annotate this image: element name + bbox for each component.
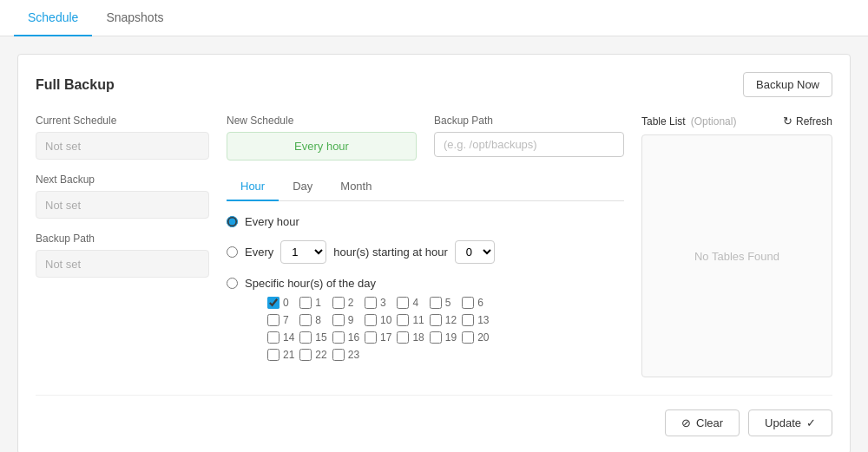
hour-item-10: 10 (365, 314, 391, 326)
hour-label-1: 1 (315, 297, 321, 309)
hour-checkbox-22[interactable] (299, 349, 312, 361)
hour-label-8: 8 (315, 314, 321, 326)
update-button[interactable]: Update ✓ (748, 409, 832, 436)
current-schedule-group: Current Schedule Not set (36, 115, 209, 160)
middle-panel: New Schedule Every hour Backup Path Hour… (227, 115, 624, 377)
hour-label-13: 13 (477, 314, 489, 326)
backup-path-label: Backup Path (434, 115, 624, 127)
tab-month[interactable]: Month (326, 173, 385, 201)
hour-checkbox-20[interactable] (462, 331, 474, 344)
hour-item-2: 2 (332, 297, 359, 309)
hour-checkbox-19[interactable] (430, 331, 442, 344)
every-n-select[interactable]: 1 2 3 4 6 8 12 (280, 240, 326, 264)
hour-item-3: 3 (365, 297, 391, 309)
hour-item-15: 15 (299, 331, 326, 344)
hour-checkbox-0[interactable] (267, 297, 279, 309)
hour-label-17: 17 (380, 331, 391, 344)
hour-label-14: 14 (283, 331, 294, 344)
hour-checkbox-13[interactable] (462, 314, 474, 326)
hour-checkbox-9[interactable] (332, 314, 345, 326)
tab-day[interactable]: Day (279, 173, 326, 201)
clear-label: Clear (696, 416, 723, 429)
hour-checkbox-12[interactable] (430, 314, 442, 326)
hour-item-21: 21 (267, 349, 294, 361)
refresh-button[interactable]: ↻ Refresh (783, 115, 832, 128)
hour-item-5: 5 (430, 297, 457, 309)
hour-checkbox-23[interactable] (332, 349, 345, 361)
left-panel: Current Schedule Not set Next Backup Not… (36, 115, 209, 377)
radio-every-hour-label[interactable]: Every hour (245, 215, 299, 228)
hour-checkbox-5[interactable] (430, 297, 442, 309)
card-footer: ⊘ Clear Update ✓ (36, 395, 832, 436)
hour-checkbox-1[interactable] (299, 297, 312, 309)
main-content: Full Backup Backup Now Current Schedule … (0, 36, 868, 452)
hour-label-9: 9 (348, 314, 354, 326)
hour-item-17: 17 (365, 331, 391, 344)
backup-now-button[interactable]: Backup Now (743, 72, 832, 97)
schedule-display: Every hour (227, 132, 417, 160)
hour-checkbox-2[interactable] (332, 297, 345, 309)
radio-every-n-label[interactable]: Every (245, 246, 273, 259)
starting-at-select[interactable]: 0 1 2 3 4 5 (455, 240, 495, 264)
hour-label-5: 5 (445, 297, 451, 309)
hour-checkbox-14[interactable] (267, 331, 279, 344)
hour-label-22: 22 (315, 349, 326, 361)
hour-item-4: 4 (397, 297, 424, 309)
hour-item-8: 8 (299, 314, 326, 326)
card-title: Full Backup (36, 77, 115, 93)
hour-checkbox-6[interactable] (462, 297, 474, 309)
hour-item-6: 6 (462, 297, 489, 309)
hour-checkbox-18[interactable] (397, 331, 409, 344)
hour-checkbox-10[interactable] (365, 314, 377, 326)
hour-item-7: 7 (267, 314, 294, 326)
hour-checkbox-8[interactable] (299, 314, 312, 326)
tab-schedule[interactable]: Schedule (14, 0, 92, 36)
radio-every-hour: Every hour (227, 215, 624, 228)
radio-every-n-input[interactable] (227, 246, 238, 258)
table-list-optional: (Optional) (691, 115, 737, 128)
clear-button[interactable]: ⊘ Clear (665, 409, 740, 436)
current-schedule-label: Current Schedule (36, 115, 209, 127)
hour-item-9: 9 (332, 314, 359, 326)
update-icon: ✓ (806, 416, 816, 429)
hour-label-15: 15 (315, 331, 326, 344)
table-list-box: No Tables Found (641, 134, 832, 377)
tab-hour[interactable]: Hour (227, 173, 279, 201)
hour-checkbox-7[interactable] (267, 314, 279, 326)
tab-snapshots[interactable]: Snapshots (92, 0, 177, 36)
radio-every-n-row: Every 1 2 3 4 6 8 12 hour(s) st (227, 240, 624, 264)
update-label: Update (765, 416, 801, 429)
hour-label-10: 10 (380, 314, 391, 326)
radio-specific-input[interactable] (227, 278, 238, 289)
hour-item-12: 12 (430, 314, 457, 326)
radio-specific-row: Specific hour(s) of the day 012345678910… (227, 276, 624, 361)
full-backup-card: Full Backup Backup Now Current Schedule … (17, 54, 851, 452)
radio-every-hour-input[interactable] (227, 216, 238, 227)
hour-label-18: 18 (412, 331, 424, 344)
next-backup-value: Not set (36, 191, 209, 219)
hour-checkbox-3[interactable] (365, 297, 377, 309)
hour-checkbox-11[interactable] (397, 314, 409, 326)
backup-path-left-label: Backup Path (36, 233, 209, 245)
hour-label-19: 19 (445, 331, 457, 344)
hour-checkbox-17[interactable] (365, 331, 377, 344)
backup-path-input[interactable] (434, 132, 624, 157)
hour-item-18: 18 (397, 331, 424, 344)
hour-label-3: 3 (380, 297, 386, 309)
hour-item-23: 23 (332, 349, 359, 361)
hour-checkbox-4[interactable] (397, 297, 409, 309)
hour-item-13: 13 (462, 314, 489, 326)
hour-label-21: 21 (283, 349, 294, 361)
hour-item-1: 1 (299, 297, 326, 309)
hour-label-11: 11 (412, 314, 424, 326)
hour-item-19: 19 (430, 331, 457, 344)
hours-grid: 01234567891011121314151617181920212223 (267, 297, 490, 361)
hour-checkbox-15[interactable] (299, 331, 312, 344)
card-header: Full Backup Backup Now (36, 72, 832, 97)
hour-checkbox-21[interactable] (267, 349, 279, 361)
hour-checkbox-16[interactable] (332, 331, 345, 344)
radio-specific-label[interactable]: Specific hour(s) of the day (245, 277, 376, 290)
new-schedule-label: New Schedule (227, 115, 417, 127)
schedule-tabs: Hour Day Month (227, 173, 624, 201)
hour-item-14: 14 (267, 331, 294, 344)
